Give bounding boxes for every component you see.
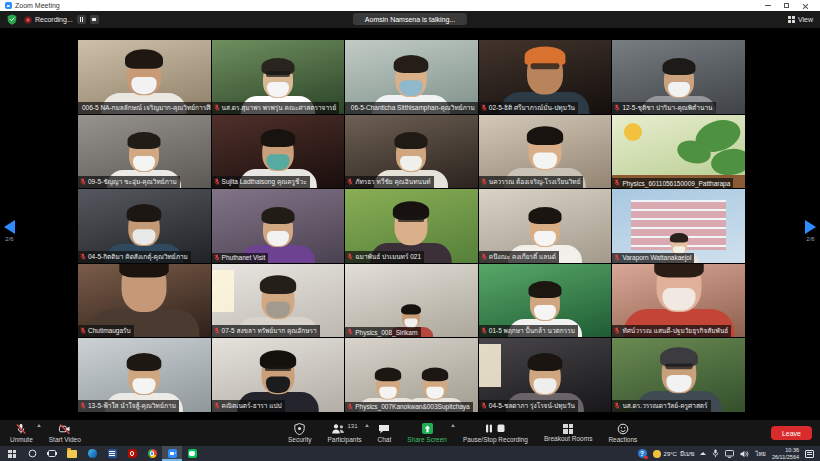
breakout-rooms-button[interactable]: Breakout Rooms xyxy=(536,420,600,446)
reactions-button[interactable]: Reactions xyxy=(600,420,645,446)
participant-name: Sujita Ladthaisong คุณครูชีวะ xyxy=(222,177,307,187)
muted-mic-icon xyxy=(614,104,620,112)
person-hair xyxy=(529,281,562,298)
muted-mic-icon xyxy=(80,402,86,410)
participant-tile[interactable]: 02-5-ธิติ ศรีมาภรณ์มั่น-ปทุมวัน xyxy=(479,40,612,114)
participant-tile[interactable]: ฉมาพันธ์ ปรเมนทร์ 021 xyxy=(345,189,478,263)
file-explorer-button[interactable] xyxy=(62,446,82,461)
participant-tile[interactable]: 07-5 สงขลา ทรัพย์มาก คุณอักษรา xyxy=(212,264,345,338)
maximize-button[interactable] xyxy=(777,0,796,11)
participant-tile[interactable]: ทัศน์วรรณ แสนดี-ปฐมวัยธุรกิจสัมพันธ์ xyxy=(612,264,745,338)
line-button[interactable] xyxy=(182,446,202,461)
participant-tile[interactable]: 12-5-ชุติชา ปาริมา-คุณพิตำนาน xyxy=(612,40,745,114)
participant-tile[interactable]: 06-5-Chanticha Sitthisamphan-คุณวิทย์ภาม xyxy=(345,40,478,114)
weather-sun-icon xyxy=(653,450,661,458)
participant-tile[interactable]: Phuthanet Visit xyxy=(212,189,345,263)
participants-label: Participants xyxy=(327,436,361,443)
muted-mic-icon xyxy=(214,178,220,186)
acrobat-button[interactable] xyxy=(122,446,142,461)
participant-tile[interactable]: 09-5-ชัญญา ชะอุ่ม-คุณวิทย์ภาม xyxy=(78,115,211,189)
muted-mic-icon xyxy=(214,402,220,410)
participants-button[interactable]: 131 Participants xyxy=(319,420,369,446)
face-mask xyxy=(400,156,422,171)
muted-mic-icon xyxy=(347,403,353,411)
gallery-next-control[interactable]: 2/6 xyxy=(805,220,816,242)
participant-tile[interactable]: Chutimaugaรับ xyxy=(78,264,211,338)
participant-tile[interactable]: Physics_008_Sirikarn xyxy=(345,264,478,338)
participant-tile[interactable]: 04-5-กิตติมา คิดสังเกตุ์-คุณวิทย์ภาม xyxy=(78,189,211,263)
start-button[interactable] xyxy=(2,446,22,461)
face-mask xyxy=(534,231,556,246)
participant-tile[interactable]: 01-5 พฤกษา ปั้นกล้า นวตกรรม xyxy=(479,264,612,338)
zoom-icon xyxy=(168,449,177,458)
zoom-app-icon xyxy=(5,2,12,9)
participant-name-bar: นส.ดร.วรรณดาวัลย์-ครูศาสตร์ xyxy=(612,400,710,412)
participant-name: 04-5-กิตติมา คิดสังเกตุ์-คุณวิทย์ภาม xyxy=(88,252,188,262)
leave-button[interactable]: Leave xyxy=(771,426,812,440)
page-indicator: 2/6 xyxy=(806,236,814,242)
tray-mic-icon[interactable] xyxy=(712,449,719,458)
participant-tile[interactable]: นส.ดร.สุมาพร พรพรุ่น คณะศาสตราจารย์ xyxy=(212,40,345,114)
gallery-prev-control[interactable]: 2/6 xyxy=(4,220,15,242)
language-indicator[interactable]: ไทย xyxy=(755,449,766,459)
reactions-label: Reactions xyxy=(608,436,637,443)
participant-tile[interactable]: Physics_6011056150009_Pattharapa xyxy=(612,115,745,189)
chrome-button[interactable] xyxy=(142,446,162,461)
muted-mic-icon xyxy=(614,254,620,262)
weather-widget[interactable]: 29°C มีเมฆ xyxy=(653,449,695,459)
participant-tile[interactable]: 006-5 NA-กมลลักษณ์ เจริญมาก-คุณวิทย์การศ… xyxy=(78,40,211,114)
taskbar-clock[interactable]: 10:36 26/11/2564 xyxy=(772,447,799,460)
person-hair xyxy=(260,276,296,295)
participant-tile[interactable]: นส.ดร.วรรณดาวัลย์-ครูศาสตร์ xyxy=(612,338,745,412)
encryption-shield-icon[interactable] xyxy=(7,14,17,25)
participant-grid: 006-5 NA-กมลลักษณ์ เจริญมาก-คุณวิทย์การศ… xyxy=(78,40,745,412)
start-video-button[interactable]: Start Video xyxy=(41,420,89,446)
zoom-taskbar-button[interactable] xyxy=(162,446,182,461)
participant-tile[interactable]: คนึงณะ คงเกียรติ์ แลนด์ xyxy=(479,189,612,263)
unmute-button[interactable]: Unmute xyxy=(2,420,41,446)
pause-recording-icon[interactable] xyxy=(77,15,86,24)
participant-tile[interactable]: ภัทรธร ทวีชัย คุณอินทนนท์ xyxy=(345,115,478,189)
next-page-arrow-icon[interactable] xyxy=(805,220,816,234)
participant-tile[interactable]: 04-5-ชลดาภา รุ่งโรจน์-ปทุมวัน xyxy=(479,338,612,412)
participant-name-bar: Physics_007Kanokwan&003Supitchaya xyxy=(345,402,473,412)
participant-name-bar: 13-5-ฟ้าใส นำใจสู้-คุณวิทย์ภาม xyxy=(78,400,179,412)
cortana-search-button[interactable] xyxy=(22,446,42,461)
stop-recording-icon[interactable] xyxy=(90,15,99,24)
tray-volume-icon[interactable] xyxy=(740,450,749,458)
person-hair xyxy=(127,204,162,222)
muted-mic-icon xyxy=(214,254,220,262)
participant-name: ภัทรธร ทวีชัย คุณอินทนนท์ xyxy=(355,177,430,187)
close-button[interactable] xyxy=(796,0,815,11)
muted-mic-icon xyxy=(80,327,86,335)
participant-tile[interactable]: Varaporn Wattanakaejol xyxy=(612,189,745,263)
participant-name: คณิตเนตร์-ธารา แปป xyxy=(222,401,282,411)
action-center-icon[interactable] xyxy=(805,450,814,458)
participant-tile[interactable]: Physics_007Kanokwan&003Supitchaya xyxy=(345,338,478,412)
participant-tile[interactable]: Sujita Ladthaisong คุณครูชีวะ xyxy=(212,115,345,189)
tray-display-icon[interactable] xyxy=(725,450,734,458)
person-hair xyxy=(127,353,162,371)
muted-mic-icon xyxy=(481,253,487,261)
participant-tile[interactable]: 13-5-ฟ้าใส นำใจสู้-คุณวิทย์ภาม xyxy=(78,338,211,412)
participant-name-bar: 09-5-ชัญญา ชะอุ่ม-คุณวิทย์ภาม xyxy=(78,176,180,188)
view-button[interactable]: View xyxy=(788,16,813,23)
security-button[interactable]: Security xyxy=(280,420,319,446)
edge-button[interactable] xyxy=(82,446,102,461)
task-view-button[interactable] xyxy=(42,446,62,461)
breakout-rooms-icon xyxy=(563,424,573,434)
share-screen-button[interactable]: Share Screen xyxy=(399,420,455,446)
word-button[interactable] xyxy=(102,446,122,461)
participant-tile[interactable]: นควรรณ ต้องเจริญ-โรงเรียนวิทย์ xyxy=(479,115,612,189)
chat-button[interactable]: Chat xyxy=(369,420,399,446)
participant-tile[interactable]: คณิตเนตร์-ธารา แปป xyxy=(212,338,345,412)
help-icon[interactable]: ? xyxy=(638,449,647,458)
hidden-icons-chevron-icon[interactable] xyxy=(700,452,706,455)
participant-name-bar: Varaporn Wattanakaejol xyxy=(612,253,694,263)
pause-stop-recording-button[interactable]: Pause/Stop Recording xyxy=(455,420,536,446)
participant-name: Phuthanet Visit xyxy=(222,254,266,261)
view-label: View xyxy=(798,16,813,23)
prev-page-arrow-icon[interactable] xyxy=(4,220,15,234)
recording-indicator-icon xyxy=(24,16,32,24)
minimize-button[interactable] xyxy=(758,0,777,11)
